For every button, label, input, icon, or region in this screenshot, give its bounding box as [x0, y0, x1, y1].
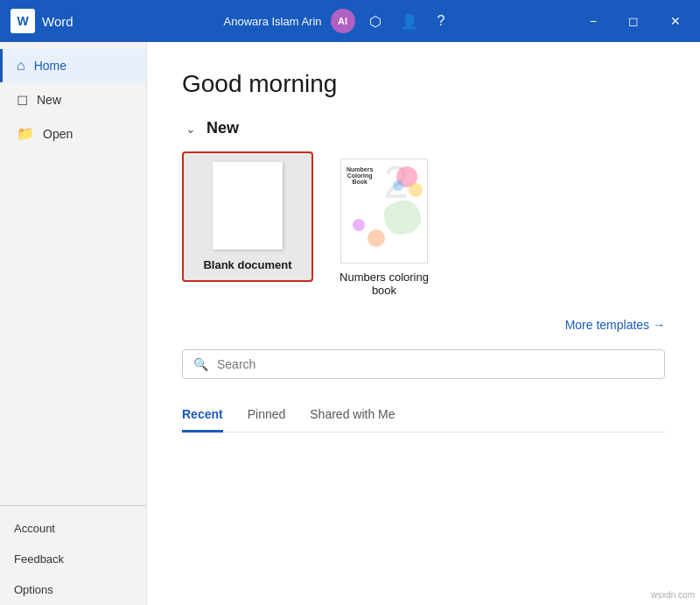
sidebar-item-open[interactable]: 📁 Open [0, 116, 146, 151]
minimize-button[interactable]: − [581, 11, 606, 32]
sidebar-home-label: Home [34, 59, 66, 73]
title-bar: W Word Anowara Islam Arin AI ⬡ 👤 ? − ◻ ✕ [0, 0, 700, 42]
content-area: Good morning ⌄ New Blank document Number… [147, 42, 700, 605]
new-icon: ◻ [17, 91, 28, 108]
svg-point-1 [409, 183, 423, 197]
templates-row: Blank document NumbersColoringBook 2 [182, 151, 665, 304]
app-icon-area: W Word [10, 9, 116, 33]
numbers-book-preview: NumbersColoringBook 2 [340, 158, 428, 264]
sidebar-item-account[interactable]: Account [0, 513, 146, 544]
search-bar[interactable]: 🔍 [182, 349, 665, 379]
greeting-heading: Good morning [182, 70, 665, 98]
diamond-icon[interactable]: ⬡ [364, 11, 387, 32]
numbers-book-inner: NumbersColoringBook 2 [341, 159, 427, 263]
word-icon: W [10, 9, 35, 33]
search-input[interactable] [217, 357, 654, 371]
sidebar-item-options[interactable]: Options [0, 574, 146, 605]
numbers-book-title-text: NumbersColoringBook [346, 166, 373, 185]
restore-button[interactable]: ◻ [620, 11, 648, 32]
share-icon[interactable]: 👤 [396, 11, 424, 32]
svg-point-3 [368, 229, 385, 247]
tab-shared[interactable]: Shared with Me [310, 400, 395, 433]
more-templates-row: More templates → [182, 318, 665, 332]
open-icon: 📁 [17, 125, 34, 142]
main-layout: ⌂ Home ◻ New 📁 Open Account Feedback Opt… [0, 42, 700, 605]
blank-doc-preview [213, 162, 283, 250]
sidebar-new-label: New [37, 93, 61, 107]
blank-doc-label: Blank document [203, 258, 291, 271]
sidebar-item-new[interactable]: ◻ New [0, 82, 146, 116]
sidebar-item-home[interactable]: ⌂ Home [0, 49, 146, 82]
svg-point-2 [393, 180, 403, 191]
help-icon[interactable]: ? [432, 11, 451, 31]
tab-pinned[interactable]: Pinned [248, 400, 286, 433]
numbers-book-label: Numbers coloring book [334, 271, 434, 297]
new-section-header: ⌄ New [182, 119, 665, 137]
word-icon-letter: W [17, 14, 28, 28]
user-name-label: Anowara Islam Arin [224, 15, 322, 28]
sidebar: ⌂ Home ◻ New 📁 Open Account Feedback Opt… [0, 42, 147, 605]
numbers-book-card[interactable]: NumbersColoringBook 2 Numbers c [327, 151, 441, 304]
close-button[interactable]: ✕ [662, 11, 690, 32]
collapse-icon[interactable]: ⌄ [182, 120, 200, 137]
app-name-label: Word [42, 14, 74, 29]
sidebar-bottom: Account Feedback Options [0, 505, 146, 605]
sidebar-item-feedback[interactable]: Feedback [0, 544, 146, 574]
more-templates-link[interactable]: More templates → [565, 318, 665, 332]
title-bar-actions: − ◻ ✕ [558, 11, 690, 32]
tabs-row: Recent Pinned Shared with Me [182, 400, 665, 433]
new-section-label: New [206, 119, 239, 137]
sidebar-open-label: Open [43, 127, 73, 141]
watermark: wsxdn.com [651, 590, 695, 600]
blank-document-card[interactable]: Blank document [182, 151, 313, 282]
search-icon: 🔍 [193, 357, 208, 371]
title-bar-center: Anowara Islam Arin AI ⬡ 👤 ? [116, 9, 558, 33]
user-avatar[interactable]: AI [331, 9, 355, 33]
svg-point-4 [353, 219, 365, 231]
tab-recent[interactable]: Recent [182, 400, 223, 433]
home-icon: ⌂ [17, 58, 25, 74]
